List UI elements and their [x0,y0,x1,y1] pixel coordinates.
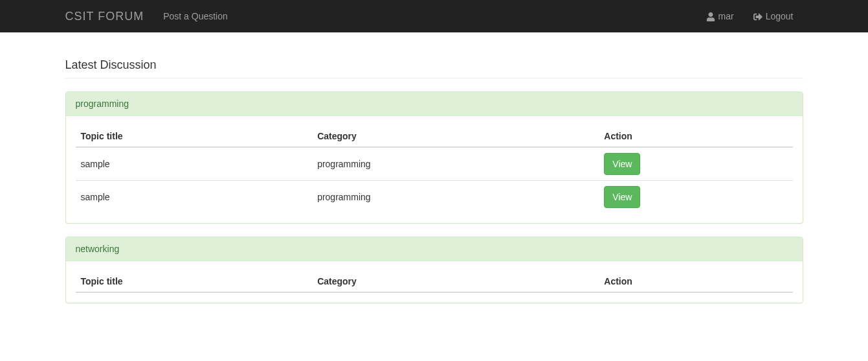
page-header: Latest Discussion [65,58,803,78]
header-topic-title: Topic title [76,126,313,147]
navbar: CSIT FORUM Post a Question mar Logout [0,0,868,32]
user-icon [706,11,715,21]
panel-body: Topic titleCategoryAction [66,261,803,303]
view-button[interactable]: View [604,186,640,208]
panel-title-link[interactable]: programming [76,99,129,109]
category-panel: programmingTopic titleCategoryActionsamp… [65,91,803,224]
topics-table: Topic titleCategoryActionsampleprogrammi… [76,126,793,213]
table-row: sampleprogrammingView [76,147,793,181]
panel-body: Topic titleCategoryActionsampleprogrammi… [66,116,803,223]
user-link[interactable]: mar [696,1,744,31]
logout-label: Logout [766,11,794,21]
cell-category: programming [312,181,599,214]
view-button[interactable]: View [604,153,640,175]
cell-topic-title: sample [76,181,313,214]
table-row: sampleprogrammingView [76,181,793,214]
username-label: mar [718,11,734,21]
panel-title-link[interactable]: networking [76,244,120,254]
brand-link[interactable]: CSIT FORUM [65,0,154,33]
cell-category: programming [312,147,599,181]
header-action: Action [599,271,792,292]
post-question-link[interactable]: Post a Question [153,1,238,31]
logout-link[interactable]: Logout [744,1,803,31]
header-category: Category [312,271,599,292]
panel-heading: networking [66,237,803,261]
category-panel: networkingTopic titleCategoryAction [65,237,803,303]
panel-heading: programming [66,92,803,116]
header-action: Action [599,126,792,147]
topics-table: Topic titleCategoryAction [76,271,793,293]
header-category: Category [312,126,599,147]
cell-action: View [599,181,792,214]
header-topic-title: Topic title [76,271,313,292]
cell-topic-title: sample [76,147,313,181]
page-title: Latest Discussion [65,58,803,72]
cell-action: View [599,147,792,181]
logout-icon [753,11,762,21]
